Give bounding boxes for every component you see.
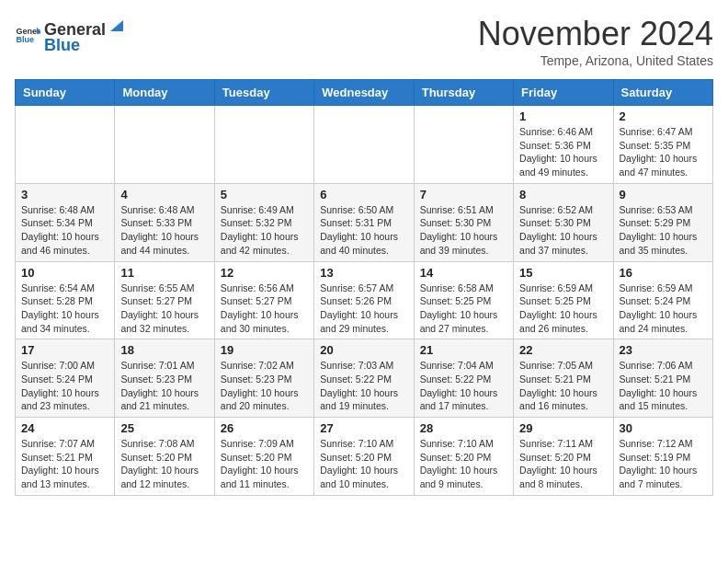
day-number: 10 xyxy=(21,266,108,280)
calendar-cell: 29Sunrise: 7:11 AM Sunset: 5:20 PM Dayli… xyxy=(514,418,613,496)
day-info: Sunrise: 6:49 AM Sunset: 5:32 PM Dayligh… xyxy=(221,203,308,258)
calendar-cell xyxy=(414,106,513,184)
calendar-cell: 15Sunrise: 6:59 AM Sunset: 5:25 PM Dayli… xyxy=(514,261,613,339)
day-number: 26 xyxy=(221,421,308,435)
weekday-header-thursday: Thursday xyxy=(414,80,513,106)
day-number: 7 xyxy=(420,188,507,201)
day-info: Sunrise: 6:59 AM Sunset: 5:25 PM Dayligh… xyxy=(519,282,607,336)
month-title: November 2024 xyxy=(478,15,713,53)
calendar-cell: 21Sunrise: 7:04 AM Sunset: 5:22 PM Dayli… xyxy=(414,339,513,418)
day-number: 29 xyxy=(519,421,607,435)
day-info: Sunrise: 7:04 AM Sunset: 5:22 PM Dayligh… xyxy=(420,359,507,413)
calendar-cell: 17Sunrise: 7:00 AM Sunset: 5:24 PM Dayli… xyxy=(16,339,115,418)
day-info: Sunrise: 6:48 AM Sunset: 5:34 PM Dayligh… xyxy=(21,203,108,258)
calendar-cell: 22Sunrise: 7:05 AM Sunset: 5:21 PM Dayli… xyxy=(514,339,613,418)
calendar-cell: 28Sunrise: 7:10 AM Sunset: 5:20 PM Dayli… xyxy=(414,418,513,496)
day-info: Sunrise: 7:01 AM Sunset: 5:23 PM Dayligh… xyxy=(120,359,208,413)
day-number: 27 xyxy=(320,421,407,435)
day-info: Sunrise: 7:08 AM Sunset: 5:20 PM Dayligh… xyxy=(120,437,208,491)
calendar-cell: 16Sunrise: 6:59 AM Sunset: 5:24 PM Dayli… xyxy=(613,261,712,339)
day-info: Sunrise: 6:50 AM Sunset: 5:31 PM Dayligh… xyxy=(320,203,407,258)
calendar-cell: 9Sunrise: 6:53 AM Sunset: 5:29 PM Daylig… xyxy=(613,183,712,261)
day-info: Sunrise: 6:58 AM Sunset: 5:25 PM Dayligh… xyxy=(420,282,507,336)
day-number: 13 xyxy=(320,266,407,280)
day-info: Sunrise: 6:46 AM Sunset: 5:36 PM Dayligh… xyxy=(519,125,607,179)
calendar-cell: 11Sunrise: 6:55 AM Sunset: 5:27 PM Dayli… xyxy=(115,261,214,339)
day-number: 24 xyxy=(21,421,108,435)
day-number: 28 xyxy=(420,421,507,435)
calendar-cell: 4Sunrise: 6:48 AM Sunset: 5:33 PM Daylig… xyxy=(115,183,214,261)
day-info: Sunrise: 7:10 AM Sunset: 5:20 PM Dayligh… xyxy=(320,437,407,491)
day-info: Sunrise: 6:52 AM Sunset: 5:30 PM Dayligh… xyxy=(519,203,607,258)
weekday-header-friday: Friday xyxy=(514,80,613,106)
calendar-cell xyxy=(214,106,313,184)
day-info: Sunrise: 7:00 AM Sunset: 5:24 PM Dayligh… xyxy=(21,359,108,413)
weekday-header-row: SundayMondayTuesdayWednesdayThursdayFrid… xyxy=(16,80,713,106)
logo-icon: General Blue xyxy=(15,22,40,48)
day-number: 5 xyxy=(221,188,308,201)
week-row-4: 17Sunrise: 7:00 AM Sunset: 5:24 PM Dayli… xyxy=(16,339,713,418)
day-number: 4 xyxy=(120,188,208,201)
svg-marker-3 xyxy=(110,20,123,31)
calendar-cell: 12Sunrise: 6:56 AM Sunset: 5:27 PM Dayli… xyxy=(214,261,313,339)
weekday-header-tuesday: Tuesday xyxy=(214,80,313,106)
week-row-2: 3Sunrise: 6:48 AM Sunset: 5:34 PM Daylig… xyxy=(16,183,713,261)
day-info: Sunrise: 7:11 AM Sunset: 5:20 PM Dayligh… xyxy=(519,437,607,491)
day-number: 23 xyxy=(620,343,707,357)
weekday-header-saturday: Saturday xyxy=(613,80,712,106)
calendar-cell: 14Sunrise: 6:58 AM Sunset: 5:25 PM Dayli… xyxy=(414,261,513,339)
day-number: 2 xyxy=(620,109,707,123)
weekday-header-wednesday: Wednesday xyxy=(314,80,414,106)
calendar-cell xyxy=(115,106,214,184)
calendar-cell: 5Sunrise: 6:49 AM Sunset: 5:32 PM Daylig… xyxy=(214,183,313,261)
day-number: 21 xyxy=(420,343,507,357)
week-row-3: 10Sunrise: 6:54 AM Sunset: 5:28 PM Dayli… xyxy=(16,261,713,339)
calendar-cell: 30Sunrise: 7:12 AM Sunset: 5:19 PM Dayli… xyxy=(613,418,712,496)
weekday-header-sunday: Sunday xyxy=(16,80,115,106)
day-number: 1 xyxy=(519,109,607,123)
calendar-cell: 19Sunrise: 7:02 AM Sunset: 5:23 PM Dayli… xyxy=(214,339,313,418)
day-number: 14 xyxy=(420,266,507,280)
day-number: 12 xyxy=(221,266,308,280)
day-info: Sunrise: 7:02 AM Sunset: 5:23 PM Dayligh… xyxy=(221,359,308,413)
day-info: Sunrise: 6:51 AM Sunset: 5:30 PM Dayligh… xyxy=(420,203,507,258)
calendar-cell: 25Sunrise: 7:08 AM Sunset: 5:20 PM Dayli… xyxy=(115,418,214,496)
day-info: Sunrise: 7:07 AM Sunset: 5:21 PM Dayligh… xyxy=(21,437,108,491)
day-info: Sunrise: 6:55 AM Sunset: 5:27 PM Dayligh… xyxy=(120,282,208,336)
svg-text:Blue: Blue xyxy=(16,35,34,44)
day-info: Sunrise: 7:10 AM Sunset: 5:20 PM Dayligh… xyxy=(420,437,507,491)
day-number: 11 xyxy=(120,266,208,280)
calendar-cell: 26Sunrise: 7:09 AM Sunset: 5:20 PM Dayli… xyxy=(214,418,313,496)
day-number: 25 xyxy=(120,421,208,435)
logo-triangle-icon xyxy=(107,15,127,35)
day-info: Sunrise: 7:06 AM Sunset: 5:21 PM Dayligh… xyxy=(620,359,707,413)
title-block: November 2024 Tempe, Arizona, United Sta… xyxy=(478,15,713,68)
day-number: 20 xyxy=(320,343,407,357)
week-row-1: 1Sunrise: 6:46 AM Sunset: 5:36 PM Daylig… xyxy=(16,106,713,184)
calendar-cell: 8Sunrise: 6:52 AM Sunset: 5:30 PM Daylig… xyxy=(514,183,613,261)
day-number: 9 xyxy=(620,188,707,201)
day-number: 16 xyxy=(620,266,707,280)
calendar-cell: 18Sunrise: 7:01 AM Sunset: 5:23 PM Dayli… xyxy=(115,339,214,418)
day-info: Sunrise: 7:12 AM Sunset: 5:19 PM Dayligh… xyxy=(620,437,707,491)
day-info: Sunrise: 7:05 AM Sunset: 5:21 PM Dayligh… xyxy=(519,359,607,413)
calendar-cell xyxy=(314,106,414,184)
week-row-5: 24Sunrise: 7:07 AM Sunset: 5:21 PM Dayli… xyxy=(16,418,713,496)
day-number: 22 xyxy=(519,343,607,357)
calendar-cell: 10Sunrise: 6:54 AM Sunset: 5:28 PM Dayli… xyxy=(16,261,115,339)
day-info: Sunrise: 6:48 AM Sunset: 5:33 PM Dayligh… xyxy=(120,203,208,258)
logo: General Blue General Blue xyxy=(15,15,128,55)
day-number: 18 xyxy=(120,343,208,357)
calendar-cell: 24Sunrise: 7:07 AM Sunset: 5:21 PM Dayli… xyxy=(16,418,115,496)
day-info: Sunrise: 6:56 AM Sunset: 5:27 PM Dayligh… xyxy=(221,282,308,336)
day-number: 6 xyxy=(320,188,407,201)
day-number: 17 xyxy=(21,343,108,357)
calendar-cell: 20Sunrise: 7:03 AM Sunset: 5:22 PM Dayli… xyxy=(314,339,414,418)
calendar-cell: 27Sunrise: 7:10 AM Sunset: 5:20 PM Dayli… xyxy=(314,418,414,496)
day-info: Sunrise: 6:59 AM Sunset: 5:24 PM Dayligh… xyxy=(620,282,707,336)
calendar-cell: 3Sunrise: 6:48 AM Sunset: 5:34 PM Daylig… xyxy=(16,183,115,261)
day-number: 30 xyxy=(620,421,707,435)
day-number: 19 xyxy=(221,343,308,357)
calendar-cell: 6Sunrise: 6:50 AM Sunset: 5:31 PM Daylig… xyxy=(314,183,414,261)
calendar-cell: 2Sunrise: 6:47 AM Sunset: 5:35 PM Daylig… xyxy=(613,106,712,184)
